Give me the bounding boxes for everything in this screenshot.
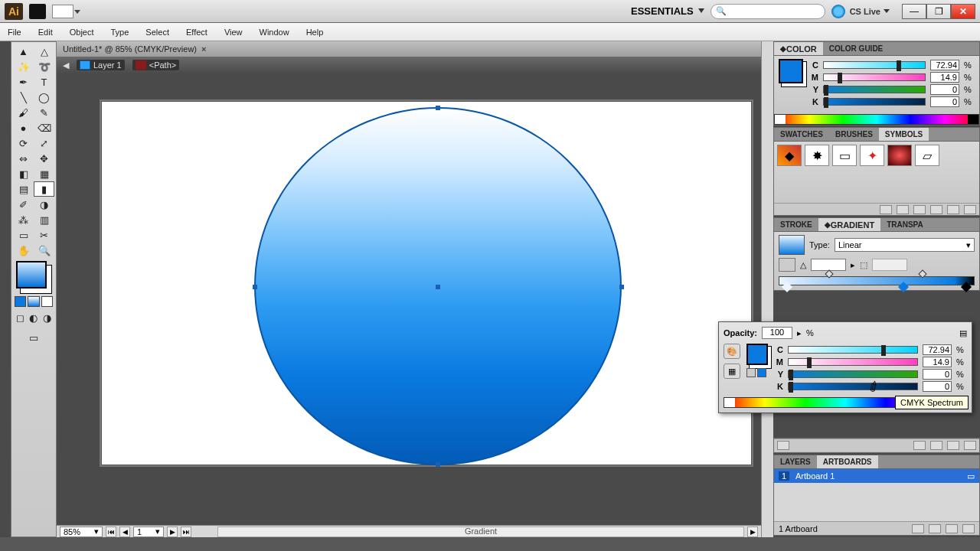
new-symbol-icon[interactable]	[947, 205, 959, 214]
fill-swatch[interactable]	[779, 59, 803, 83]
tab-brushes[interactable]: BRUSHES	[829, 128, 879, 141]
panel-icon[interactable]	[777, 441, 789, 450]
line-tool-icon[interactable]: ╲	[13, 90, 34, 105]
gradient-type-dropdown[interactable]: Linear▾	[835, 238, 975, 252]
c-slider[interactable]	[823, 61, 926, 69]
breadcrumb-layer[interactable]: Layer 1	[77, 60, 125, 70]
artboard-option-icon[interactable]: ▭	[967, 471, 975, 481]
tab-layers[interactable]: LAYERS	[774, 455, 817, 468]
symbol-label-icon[interactable]: ▭	[832, 145, 857, 166]
aspect-input[interactable]	[872, 259, 907, 271]
tab-transparency[interactable]: TRANSPA	[880, 218, 929, 231]
swatch-mode-icon[interactable]: ▦	[724, 364, 740, 379]
tab-artboards[interactable]: ARTBOARDS	[817, 455, 878, 468]
spectrum-bar[interactable]	[774, 114, 979, 125]
gradient-swatch[interactable]	[779, 235, 805, 255]
menu-object[interactable]: Object	[70, 28, 94, 37]
menu-effect[interactable]: Effect	[186, 28, 207, 37]
workspace-switcher[interactable]: ESSENTIALS	[626, 4, 704, 18]
new-icon[interactable]	[947, 441, 959, 450]
bridge-icon[interactable]	[29, 4, 46, 19]
flyout-m-slider[interactable]	[788, 358, 918, 366]
first-page-icon[interactable]: ⏮	[106, 527, 116, 537]
slice-tool-icon[interactable]: ✂	[34, 227, 54, 243]
ellipse-tool-icon[interactable]: ◯	[34, 90, 54, 105]
blend-tool-icon[interactable]: ◑	[34, 197, 54, 212]
symbol-ribbon-icon[interactable]: ✦	[860, 145, 884, 166]
y-slider[interactable]	[823, 86, 926, 93]
breadcrumb-path[interactable]: <Path>	[132, 60, 179, 70]
anchor-handle[interactable]	[253, 285, 257, 289]
k-slider[interactable]	[823, 98, 926, 106]
panel-icon[interactable]	[930, 441, 942, 450]
symbol-cube-icon[interactable]: ◆	[777, 145, 802, 166]
mesh-tool-icon[interactable]: ▤	[13, 181, 34, 197]
fill-stroke-swatch[interactable]	[16, 261, 47, 289]
anchor-handle[interactable]	[436, 106, 440, 110]
lasso-tool-icon[interactable]: ➰	[34, 59, 54, 74]
next-page-icon[interactable]: ▶	[167, 527, 178, 537]
zoom-select[interactable]: 85%▾	[60, 527, 103, 537]
prev-page-icon[interactable]: ◀	[119, 527, 130, 537]
search-input[interactable]: 🔍	[710, 4, 825, 19]
perspective-tool-icon[interactable]: ▦	[34, 166, 54, 181]
cslive-button[interactable]: CS Live	[831, 5, 890, 18]
move-up-icon[interactable]	[912, 524, 924, 533]
shape-builder-tool-icon[interactable]: ◧	[13, 166, 34, 181]
pen-tool-icon[interactable]: ✒	[13, 74, 34, 90]
gradient-ramp[interactable]	[779, 276, 975, 285]
c-value[interactable]: 72.94	[930, 60, 959, 70]
symbol-splat-icon[interactable]: ✸	[805, 145, 829, 166]
symbol-sprayer-tool-icon[interactable]: ⁂	[13, 212, 34, 227]
vertical-scrollbar[interactable]	[761, 41, 773, 537]
layout-dropdown[interactable]	[52, 5, 74, 18]
gradient-tool-icon[interactable]: ▮	[34, 181, 54, 197]
breadcrumb-back-icon[interactable]: ◀	[63, 60, 69, 70]
symbol-break-icon[interactable]	[913, 205, 926, 214]
canvas[interactable]	[57, 73, 761, 525]
flyout-y-value[interactable]: 0	[923, 369, 952, 380]
screen-mode-icon[interactable]: ▭	[13, 330, 54, 345]
tab-color[interactable]: ◆ COLOR	[774, 42, 823, 55]
symbol-perspective-icon[interactable]: ▱	[915, 145, 939, 166]
horizontal-scrollbar[interactable]: Gradient	[217, 527, 744, 537]
symbol-place-icon[interactable]	[897, 205, 909, 214]
type-tool-icon[interactable]: T	[34, 74, 54, 90]
selection-tool-icon[interactable]: ▲	[13, 44, 34, 59]
blob-brush-tool-icon[interactable]: ●	[13, 120, 34, 135]
none-mode-icon[interactable]	[41, 296, 53, 307]
direct-selection-tool-icon[interactable]: △	[34, 44, 54, 59]
solid-icon[interactable]	[757, 368, 766, 377]
draw-behind-icon[interactable]: ◐	[28, 310, 39, 325]
menu-select[interactable]: Select	[145, 28, 169, 37]
panel-menu-icon[interactable]: ▤	[959, 328, 967, 338]
none-icon[interactable]	[746, 368, 756, 377]
flyout-c-value[interactable]: 72.94	[923, 344, 952, 355]
trash-icon[interactable]	[962, 524, 975, 533]
artboard-row[interactable]: 1 Artboard 1 ▭	[774, 469, 979, 483]
symbol-sphere-icon[interactable]	[887, 145, 912, 166]
tab-gradient[interactable]: ◆ GRADIENT	[818, 218, 880, 231]
rotate-tool-icon[interactable]: ⟳	[13, 135, 34, 151]
color-picker-flyout[interactable]: Opacity: 100 ▸ % ▤ 🎨 ▦ C72.94% M14.9% Y0…	[718, 321, 972, 413]
menu-edit[interactable]: Edit	[38, 28, 53, 37]
page-select[interactable]: 1▾	[133, 527, 164, 537]
symbol-options-icon[interactable]	[930, 205, 942, 214]
reverse-gradient-icon[interactable]	[779, 258, 795, 272]
tab-color-guide[interactable]: COLOR GUIDE	[823, 42, 890, 55]
eyedropper-tool-icon[interactable]: ✐	[13, 197, 34, 212]
hand-tool-icon[interactable]: ✋	[13, 243, 34, 258]
tab-swatches[interactable]: SWATCHES	[774, 128, 829, 141]
appearance-panel-collapsed[interactable]	[773, 438, 980, 453]
free-transform-tool-icon[interactable]: ✥	[34, 151, 54, 166]
magic-wand-tool-icon[interactable]: ✨	[13, 59, 34, 74]
m-value[interactable]: 14.9	[930, 72, 959, 83]
center-handle[interactable]	[436, 285, 440, 289]
flyout-m-value[interactable]: 14.9	[923, 357, 952, 367]
menu-help[interactable]: Help	[306, 28, 324, 37]
symbol-lib-icon[interactable]	[880, 205, 892, 214]
close-button[interactable]: ✕	[951, 4, 975, 19]
tab-symbols[interactable]: SYMBOLS	[879, 128, 929, 141]
trash-icon[interactable]	[964, 205, 976, 214]
menu-window[interactable]: Window	[260, 28, 289, 37]
